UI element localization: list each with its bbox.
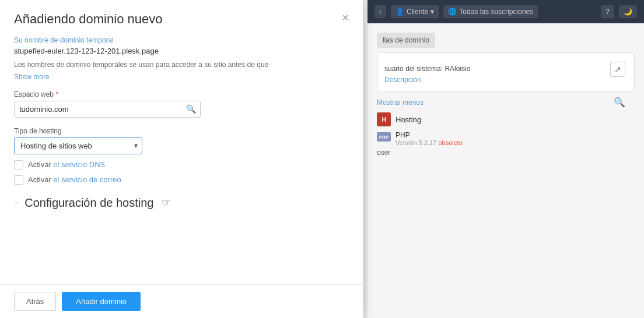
mail-label: Activar el servicio de correo (28, 175, 121, 184)
add-domain-button[interactable]: Añadir dominio (62, 292, 141, 311)
php-icon: PHP (377, 132, 391, 142)
modal-footer: Atrás Añadir dominio (0, 284, 363, 318)
modal-header: Añadiendo dominio nuevo × (0, 0, 363, 36)
show-more-link[interactable]: Show more (14, 73, 50, 81)
moon-icon: 🌙 (624, 8, 632, 16)
hosting-select-wrapper: Hosting de sitios web Sin hosting Reenví… (14, 137, 142, 154)
modal-title: Añadiendo dominio nuevo (14, 12, 162, 27)
export-icon-button[interactable]: ↗ (610, 62, 625, 77)
nav-suscripciones-label: Todas las suscripciones (459, 8, 533, 16)
espacio-web-input-wrapper: 🔍 (14, 101, 201, 118)
hosting-item: H Hosting (377, 112, 635, 126)
hosting-label: Hosting (396, 115, 421, 124)
php-item: PHP PHP Versión 5.2.17 obsoleto (377, 131, 635, 146)
nav-help-button[interactable]: ? (601, 5, 614, 18)
nav-back-button[interactable]: ‹ (374, 5, 386, 18)
hosting-type-select[interactable]: Hosting de sitios web Sin hosting Reenví… (14, 137, 142, 154)
espacio-web-section: Espacio web * 🔍 (14, 90, 349, 118)
php-version: Versión 5.2.17 obsoleto (396, 139, 463, 146)
tipo-hosting-section: Tipo de hosting Hosting de sitios web Si… (14, 127, 349, 154)
mail-link[interactable]: el servicio de correo (53, 175, 121, 184)
back-button[interactable]: Atrás (14, 292, 56, 311)
help-icon: ? (606, 8, 610, 16)
hand-cursor-icon: ☞ (162, 196, 171, 209)
dns-checkbox-item: Activar el servicio DNS (14, 160, 349, 169)
temp-domain-desc: Los nombres de dominio temporales se usa… (14, 60, 349, 70)
chevron-left-icon: ‹ (379, 8, 382, 16)
nav-suscripciones-button[interactable]: 🌐 Todas las suscripciones (443, 5, 538, 18)
globe-icon: 🌐 (448, 8, 457, 16)
system-user-info: suario del sistema: RAloisio (384, 65, 627, 73)
system-info-panel: suario del sistema: RAloisio Descripción (377, 52, 635, 91)
temp-domain-section: Su nombre de dominio temporal stupefied-… (14, 36, 349, 81)
section-toggle-button[interactable]: − (14, 198, 19, 207)
show-less-link[interactable]: Mostrar menos (377, 98, 635, 107)
nav-cliente-label: Cliente (407, 8, 428, 16)
right-panel: ↗ 🔍 lias de dominio suario del sistema: … (368, 23, 644, 318)
required-star: * (55, 90, 58, 98)
temp-domain-label: Su nombre de dominio temporal (14, 36, 349, 44)
hosting-icon: H (377, 112, 391, 126)
mail-checkbox[interactable] (14, 175, 23, 185)
nav-user-button[interactable]: 🌙 (619, 5, 637, 18)
dns-label: Activar el servicio DNS (28, 160, 105, 169)
dns-checkbox[interactable] (14, 160, 23, 169)
search-icon-button[interactable]: 🔍 (614, 97, 625, 108)
domain-alias-label: lias de dominio (377, 33, 435, 48)
chevron-down-icon: ▾ (430, 8, 434, 16)
tipo-hosting-label: Tipo de hosting (14, 127, 349, 135)
modal-body: Su nombre de dominio temporal stupefied-… (0, 36, 363, 284)
config-section-header: − Configuración de hosting ☞ (14, 196, 349, 214)
config-section-title: Configuración de hosting (24, 196, 153, 210)
user-icon: 👤 (396, 8, 404, 16)
mail-checkbox-item: Activar el servicio de correo (14, 175, 349, 185)
espacio-web-label: Espacio web * (14, 90, 349, 98)
add-domain-modal: Añadiendo dominio nuevo × Su nombre de d… (0, 0, 363, 318)
top-nav: ‹ 👤 Cliente ▾ 🌐 Todas las suscripciones … (368, 0, 644, 23)
modal-close-button[interactable]: × (342, 12, 349, 23)
nav-cliente-button[interactable]: 👤 Cliente ▾ (391, 5, 439, 18)
temp-domain-value: stupefied-euler.123-123-12-201.plesk.pag… (14, 47, 349, 55)
espacio-web-input[interactable] (14, 101, 201, 118)
dns-link[interactable]: el servicio DNS (53, 160, 105, 169)
php-label: PHP (396, 131, 463, 139)
obsoleto-badge: obsoleto (438, 139, 463, 146)
description-link[interactable]: Descripción (384, 76, 421, 84)
composer-line: oser (377, 149, 635, 157)
